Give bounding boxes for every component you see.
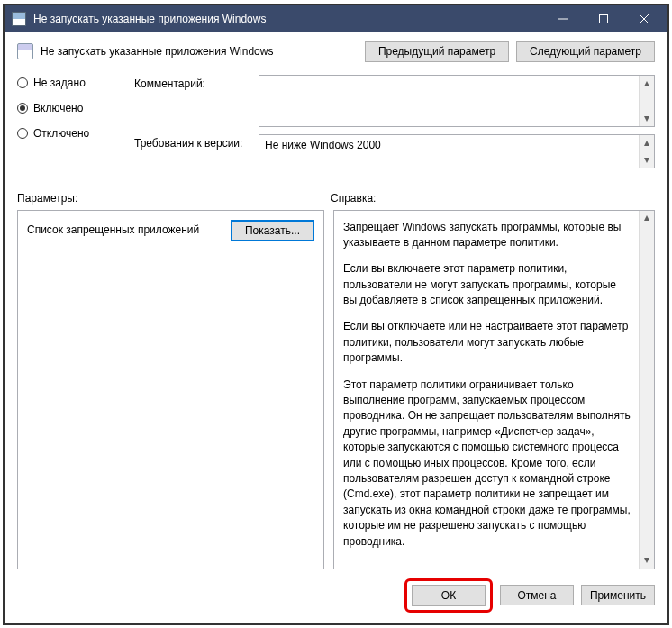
prev-setting-button[interactable]: Предыдущий параметр [365,41,509,62]
radio-label: Отключено [33,127,89,140]
policy-icon [17,43,33,59]
params-heading: Параметры: [17,192,331,205]
scrollbar[interactable]: ▴ ▾ [639,76,654,126]
next-setting-button[interactable]: Следующий параметр [516,41,655,62]
close-button[interactable] [623,5,664,32]
scrollbar[interactable]: ▴ ▾ [639,211,654,569]
help-text: Если вы включаете этот параметр политики… [343,261,631,308]
scroll-up-icon[interactable]: ▴ [640,135,654,150]
scroll-down-icon[interactable]: ▾ [640,553,654,569]
comment-label: Комментарий: [134,75,251,127]
params-pane: Список запрещенных приложений Показать..… [17,210,324,569]
radio-not-configured[interactable]: Не задано [17,77,125,89]
requirements-label: Требования к версии: [134,134,251,168]
comment-field[interactable]: ▴ ▾ [259,75,655,127]
radio-icon [17,77,28,88]
apply-button[interactable]: Применить [581,585,655,605]
scroll-up-icon[interactable]: ▴ [640,211,654,226]
radio-label: Включено [33,102,83,114]
requirements-value: Не ниже Windows 2000 [265,139,381,151]
title-text: Не запускать указанные приложения Window… [33,13,542,25]
param-label: Список запрещенных приложений [27,220,223,236]
scroll-down-icon[interactable]: ▾ [640,152,654,168]
radio-enabled[interactable]: Включено [17,102,125,114]
radio-icon [17,128,28,139]
scrollbar[interactable]: ▴ ▾ [639,135,654,168]
titlebar[interactable]: Не запускать указанные приложения Window… [5,5,667,32]
policy-title: Не запускать указанные приложения Window… [41,45,358,58]
help-text: Запрещает Windows запускать программы, к… [343,220,631,251]
maximize-button[interactable] [583,5,623,32]
radio-disabled[interactable]: Отключено [17,127,125,140]
app-icon [12,12,26,26]
requirements-field: Не ниже Windows 2000 ▴ ▾ [259,134,655,168]
ok-highlight: ОК [404,578,493,613]
show-button[interactable]: Показать... [231,220,314,241]
radio-icon [17,103,28,114]
help-pane: Запрещает Windows запускать программы, к… [333,210,655,569]
ok-button[interactable]: ОК [412,585,486,606]
scroll-up-icon[interactable]: ▴ [640,76,654,91]
svg-rect-1 [599,14,607,23]
cancel-button[interactable]: Отмена [500,585,574,605]
help-text: Этот параметр политики ограничивает толь… [343,378,631,550]
policy-dialog: Не запускать указанные приложения Window… [5,5,667,623]
help-heading: Справка: [331,192,655,205]
minimize-button[interactable] [542,5,583,32]
scroll-down-icon[interactable]: ▾ [640,111,654,126]
help-text: Если вы отключаете или не настраиваете э… [343,319,631,366]
radio-label: Не задано [33,77,86,89]
